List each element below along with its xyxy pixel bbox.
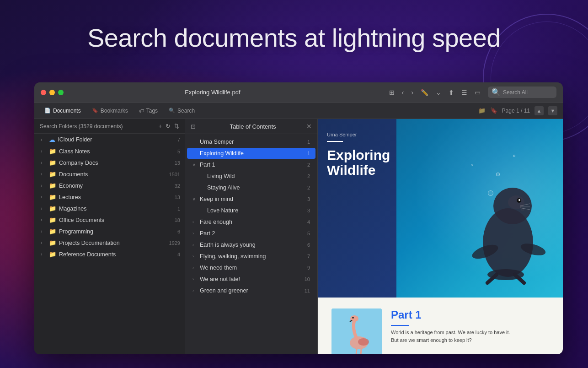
sidebar-item-count: 18	[175, 217, 180, 223]
toc-item-keepinmind[interactable]: ∨ Keep in mind 3	[187, 194, 315, 205]
sidebar-item-count: 1501	[169, 172, 180, 177]
back-icon[interactable]: ‹	[402, 89, 404, 96]
toc-item-wearenotlate[interactable]: › We are not late! 10	[187, 274, 315, 285]
sidebar-toggle-icon[interactable]: ⊞	[389, 89, 395, 96]
toc-item-label: Keep in mind	[200, 196, 302, 202]
cover-page: Urna Semper ExploringWildlife	[318, 119, 563, 298]
titlebar: Exploring Wildlife.pdf ⊞ ‹ › ✏️ ⌄ ⬆ ☰ ▭ …	[34, 82, 563, 103]
toc-item-page: 4	[302, 219, 310, 225]
annotate-icon[interactable]: ✏️	[421, 89, 428, 96]
chevron-right-icon: ›	[41, 229, 46, 234]
toc-item-label: Fare enough	[200, 219, 302, 225]
toc-item-greenandgreener[interactable]: › Green and greener 11	[187, 285, 315, 296]
tab-search[interactable]: 🔍 Search	[164, 106, 199, 116]
sidebar-item-classnotes[interactable]: › 📁 Class Notes 5	[34, 146, 185, 157]
toc-item-label: Love Nature	[207, 207, 302, 214]
toc-item-page: 2	[302, 162, 310, 168]
sidebar-panel-icon[interactable]: ⊡	[191, 123, 196, 130]
toc-item-page: 3	[302, 196, 310, 202]
tab-bookmarks-label: Bookmarks	[101, 108, 128, 114]
chevron-right-icon: ›	[41, 137, 46, 142]
toc-item-part1[interactable]: ∨ Part 1 2	[187, 159, 315, 170]
add-folder-button[interactable]: +	[158, 123, 162, 130]
toc-panel: ⊡ Table of Contents ✕ Urna Semper 1 Expl…	[185, 119, 318, 354]
cover-title: ExploringWildlife	[327, 147, 387, 178]
bookmark-icon[interactable]: 🔖	[490, 107, 497, 114]
toc-item-livingwild[interactable]: Living Wild 2	[187, 171, 315, 182]
sidebar-item-economy[interactable]: › 📁 Economy 32	[34, 180, 185, 191]
toc-list: Urna Semper 1 Exploring Wildlife 1 ∨ Par…	[185, 134, 317, 354]
toc-item-stayingalive[interactable]: Staying Alive 2	[187, 182, 315, 193]
sidebar-list: › ☁ iCloud Folder 7 › 📁 Class Notes 5 › …	[34, 134, 185, 354]
page-down-button[interactable]: ▼	[548, 106, 557, 115]
toc-item-label: Living Wild	[207, 173, 302, 179]
toc-item-page: 7	[302, 254, 310, 259]
folder-icon: 📁	[49, 216, 56, 223]
toc-item-flyingwalkingswimming[interactable]: › Flying, walking, swimming 7	[187, 251, 315, 262]
toc-item-fareenough[interactable]: › Fare enough 4	[187, 216, 315, 227]
sidebar-item-programming[interactable]: › 📁 Programming 6	[34, 226, 185, 237]
toc-close-button[interactable]: ✕	[306, 123, 312, 130]
chevron-right-icon: ›	[192, 243, 198, 247]
sidebar-item-label: Documents	[59, 171, 166, 178]
toc-item-earthalwaysyoung[interactable]: › Earth is always young 6	[187, 239, 315, 250]
sidebar-item-label: Programming	[59, 228, 175, 235]
sidebar-item-lectures[interactable]: › 📁 Lectures 13	[34, 191, 185, 203]
sidebar-item-documents[interactable]: › 📁 Documents 1501	[34, 168, 185, 180]
chevron-down-icon[interactable]: ⌄	[436, 89, 441, 96]
share-icon[interactable]: ⬆	[449, 89, 454, 96]
sidebar-item-label: Projects Documentation	[59, 240, 166, 246]
toc-item-label: Part 1	[200, 162, 302, 168]
chevron-right-icon: ›	[41, 172, 46, 177]
sidebar-item-referencedocs[interactable]: › 📁 Reference Documents 4	[34, 249, 185, 260]
sidebar-item-label: Office Documents	[59, 217, 172, 223]
svg-point-4	[519, 199, 520, 201]
refresh-button[interactable]: ↻	[166, 123, 171, 130]
part-desc-1: World is a heritage from past. We are lu…	[391, 329, 549, 336]
doc-viewer: Urna Semper ExploringWildlife	[318, 119, 563, 354]
toc-item-label: Earth is always young	[200, 242, 302, 248]
sidebar-item-magazines[interactable]: › 📁 Magazines 1	[34, 203, 185, 214]
sidebar-item-projectsdoc[interactable]: › 📁 Projects Documentation 1929	[34, 237, 185, 249]
toc-item-label: We are not late!	[200, 276, 302, 282]
list-icon[interactable]: ☰	[461, 89, 467, 96]
global-search-bar[interactable]: 🔍 Search All	[488, 87, 556, 98]
tab-bookmarks[interactable]: 🔖 Bookmarks	[87, 106, 133, 116]
titlebar-controls: ⊞ ‹ › ✏️ ⌄ ⬆ ☰ ▭ 🔍 Search All	[389, 87, 556, 98]
toc-item-page: 2	[302, 185, 310, 190]
part-page: Part 1 World is a heritage from past. We…	[318, 298, 563, 354]
tab-tags[interactable]: 🏷 Tags	[134, 106, 162, 116]
folder-icon: 📁	[49, 228, 56, 235]
toc-item-lovenature[interactable]: Love Nature 3	[187, 205, 315, 216]
tabbar-right: 📁 🔖 Page 1 / 11 ▲ ▼	[478, 106, 557, 115]
toc-item-part2[interactable]: › Part 2 5	[187, 228, 315, 239]
sidebar-item-companydocs[interactable]: › 📁 Company Docs 13	[34, 157, 185, 168]
sidebar-item-count: 5	[177, 149, 180, 154]
tags-tab-icon: 🏷	[139, 108, 144, 114]
sidebar-header-actions: + ↻ ⇅	[158, 123, 179, 130]
page-up-button[interactable]: ▲	[535, 106, 544, 115]
chevron-right-icon: ›	[192, 288, 198, 293]
view-icon[interactable]: ▭	[475, 89, 481, 96]
sidebar-item-count: 7	[177, 137, 180, 142]
toc-item-exploringwildlife[interactable]: Exploring Wildlife 1	[187, 148, 315, 159]
sidebar-item-icloud[interactable]: › ☁ iCloud Folder 7	[34, 134, 185, 146]
toc-item-urnasemper[interactable]: Urna Semper 1	[187, 136, 315, 147]
forward-icon[interactable]: ›	[411, 89, 413, 96]
tab-documents[interactable]: 📄 Documents	[40, 106, 86, 116]
svg-point-24	[358, 338, 369, 346]
folder-icon[interactable]: 📁	[478, 107, 486, 114]
sidebar: Search Folders (3529 documents) + ↻ ⇅ › …	[34, 119, 185, 354]
chevron-right-icon: ›	[41, 149, 46, 154]
toc-item-page: 5	[302, 231, 310, 236]
sort-button[interactable]: ⇅	[174, 123, 179, 130]
chevron-down-icon: ∨	[192, 162, 198, 167]
sidebar-item-count: 13	[175, 195, 180, 200]
toc-item-weneedthem[interactable]: › We need them 9	[187, 262, 315, 273]
sidebar-item-officedocs[interactable]: › 📁 Office Documents 18	[34, 214, 185, 226]
cover-image	[396, 119, 563, 298]
sidebar-item-label: Class Notes	[59, 148, 175, 155]
sidebar-item-count: 1929	[169, 240, 180, 246]
toc-item-page: 11	[302, 288, 310, 293]
part-text-area: Part 1 World is a heritage from past. We…	[391, 308, 549, 344]
